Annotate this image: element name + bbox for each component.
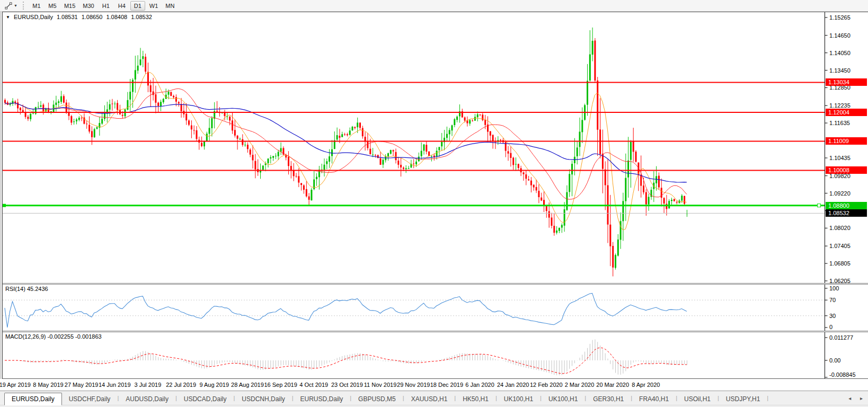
price-tick-label: 1.11635 <box>829 120 850 127</box>
chart-tab-1[interactable]: USDCHF,Daily <box>62 394 118 405</box>
date-tick-label: 22 Jul 2019 <box>166 382 196 388</box>
date-tick-label: 6 Jan 2020 <box>465 382 494 388</box>
support-price-badge: 1.08800 <box>826 202 867 209</box>
resistance-price-badge: 1.10008 <box>826 166 867 174</box>
date-tick-label: 4 Oct 2019 <box>299 382 328 388</box>
timeframe-button-mn[interactable]: MN <box>162 1 178 11</box>
price-tick-label: 1.06205 <box>829 278 851 283</box>
price-tick-label: 1.08020 <box>829 225 851 232</box>
date-tick-label: 28 Aug 2019 <box>231 382 264 388</box>
date-tick-label: 2 Mar 2020 <box>565 382 595 388</box>
quote-open: 1.08531 <box>57 14 78 20</box>
quote-high: 1.08650 <box>82 14 103 20</box>
chart-tab-14[interactable]: USDJPY,H1 <box>719 394 767 405</box>
price-chart-panel[interactable]: ▼ EURUSD,Daily 1.08531 1.08650 1.08408 1… <box>3 12 868 283</box>
chart-tab-13[interactable]: USOil,H1 <box>677 394 718 405</box>
bid-price-badge: 1.08532 <box>826 209 867 217</box>
date-tick-label: 24 Jan 2020 <box>497 382 529 388</box>
price-tick-label: 1.06805 <box>829 260 851 267</box>
rsi-tick-label: 100 <box>829 285 839 292</box>
date-tick-label: 16 Sep 2019 <box>264 382 297 388</box>
resistance-price-badge: 1.11009 <box>826 137 867 145</box>
macd-tick-label: 0.00 <box>829 357 840 364</box>
rsi-chart[interactable] <box>3 285 867 331</box>
chart-tab-8[interactable]: HK50,H1 <box>456 394 495 405</box>
date-tick-label: 3 Jul 2019 <box>135 382 162 388</box>
scroll-right-icon[interactable]: ▸ <box>860 395 863 401</box>
tab-scroll-arrows: ◂ ▸ <box>841 395 863 401</box>
line-tool-button[interactable]: ▼ <box>3 1 20 11</box>
price-tick-label: 1.10435 <box>829 155 851 162</box>
chart-tab-9[interactable]: UK100,H1 <box>497 394 540 405</box>
chart-tab-12[interactable]: FRA40,H1 <box>632 394 676 405</box>
chart-tab-bar: EURUSD,DailyUSDCHF,Daily|AUDUSD,Daily|US… <box>0 391 868 405</box>
toolbar: ▼ M1M5M15M30H1H4D1W1MN <box>0 0 868 12</box>
tab-separator: | <box>767 395 768 401</box>
macd-panel[interactable]: MACD(12,26,9) -0.002255 -0.001863 0.0112… <box>3 332 868 378</box>
rsi-tick-label: 70 <box>829 297 836 304</box>
price-tick-label: 1.07405 <box>829 243 851 250</box>
macd-label: MACD(12,26,9) -0.002255 -0.001863 <box>5 333 102 340</box>
date-tick-label: 9 Aug 2019 <box>199 382 229 388</box>
date-tick-label: 18 Dec 2019 <box>430 382 463 388</box>
price-tick-label: 1.15265 <box>829 14 851 21</box>
macd-tick-label: -0.008845 <box>829 371 856 378</box>
date-tick-label: 11 Nov 2019 <box>364 382 397 388</box>
macd-chart[interactable] <box>3 332 867 378</box>
timeframe-buttons: M1M5M15M30H1H4D1W1MN <box>29 1 179 11</box>
chevron-down-icon: ▼ <box>14 4 17 7</box>
timeframe-button-m5[interactable]: M5 <box>45 1 60 11</box>
timeframe-button-m30[interactable]: M30 <box>79 1 97 11</box>
price-tick-label: 1.14050 <box>829 50 851 57</box>
chart-tab-6[interactable]: GBPUSD,M5 <box>351 394 403 405</box>
resistance-price-badge: 1.12004 <box>826 109 867 116</box>
price-tick-label: 1.09220 <box>829 190 851 197</box>
chart-tab-3[interactable]: USDCAD,Daily <box>177 394 234 405</box>
date-tick-label: 27 May 2019 <box>65 382 99 388</box>
chart-tab-2[interactable]: AUDUSD,Daily <box>119 394 175 405</box>
date-tick-label: 19 Apr 2019 <box>0 382 31 388</box>
chart-tab-11[interactable]: GER30,H1 <box>586 394 631 405</box>
rsi-label: RSI(14) 45.2436 <box>5 286 48 292</box>
date-tick-label: 29 Nov 2019 <box>397 382 430 388</box>
status-strip <box>0 405 868 407</box>
timeframe-button-m15[interactable]: M15 <box>61 1 78 11</box>
time-axis[interactable]: 19 Apr 20198 May 201927 May 201914 Jun 2… <box>0 379 868 391</box>
quote-low: 1.08408 <box>106 14 127 20</box>
timeframe-button-m1[interactable]: M1 <box>29 1 44 11</box>
chart-symbol-label: EURUSD,Daily <box>14 14 53 20</box>
candlestick-chart[interactable] <box>3 12 867 283</box>
toolbar-gripper[interactable] <box>23 2 25 10</box>
resistance-price-badge: 1.13034 <box>826 78 867 86</box>
scroll-left-icon[interactable]: ◂ <box>848 395 851 401</box>
chart-tab-7[interactable]: XAUUSD,H1 <box>404 394 455 405</box>
macd-tick-label: 0.011277 <box>829 334 853 341</box>
chart-tab-5[interactable]: EURUSD,Daily <box>294 394 350 405</box>
chart-window: ▼ EURUSD,Daily 1.08531 1.08650 1.08408 1… <box>2 12 868 379</box>
line-tool-icon <box>5 2 12 10</box>
rsi-panel[interactable]: RSI(14) 45.2436 10070300 <box>3 285 868 331</box>
price-tick-label: 1.13450 <box>829 67 851 74</box>
chart-tab-4[interactable]: USDCNH,Daily <box>235 394 291 405</box>
chart-tab-10[interactable]: UK100,H1 <box>542 394 584 405</box>
timeframe-button-h4[interactable]: H4 <box>114 1 129 11</box>
date-tick-label: 8 Apr 2020 <box>632 382 660 388</box>
date-tick-label: 20 Mar 2020 <box>596 382 629 388</box>
date-tick-label: 8 May 2019 <box>33 382 63 388</box>
chart-tab-0[interactable]: EURUSD,Daily <box>4 393 62 405</box>
price-tick-label: 1.14650 <box>829 32 851 39</box>
rsi-tick-label: 0 <box>829 324 832 331</box>
chart-title: ▼ EURUSD,Daily 1.08531 1.08650 1.08408 1… <box>6 14 152 20</box>
date-tick-label: 12 Feb 2020 <box>530 382 563 388</box>
timeframe-button-h1[interactable]: H1 <box>99 1 113 11</box>
chart-menu-icon[interactable]: ▼ <box>6 15 10 20</box>
timeframe-button-w1[interactable]: W1 <box>146 1 162 11</box>
rsi-tick-label: 30 <box>829 313 836 320</box>
date-tick-label: 23 Oct 2019 <box>331 382 363 388</box>
chart-tabs: EURUSD,DailyUSDCHF,Daily|AUDUSD,Daily|US… <box>4 393 768 405</box>
quote-close: 1.08532 <box>131 14 152 20</box>
timeframe-button-d1[interactable]: D1 <box>130 1 145 11</box>
date-tick-label: 14 Jun 2019 <box>99 382 131 388</box>
